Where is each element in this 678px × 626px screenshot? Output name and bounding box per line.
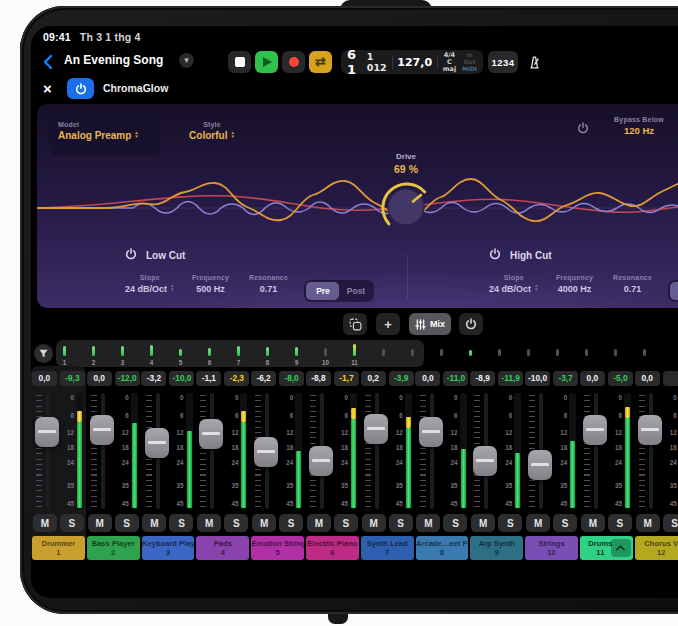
track-name-tab[interactable]: Pads4 — [196, 536, 249, 560]
mute-button[interactable]: M — [197, 514, 221, 532]
stop-button[interactable] — [228, 51, 251, 73]
solo-button[interactable]: S — [389, 514, 413, 532]
plugin-power-button[interactable] — [67, 78, 94, 99]
solo-button[interactable]: S — [443, 514, 467, 532]
peak-db-value[interactable]: -5,0 — [608, 371, 633, 386]
lcd-display[interactable]: 6 1 1 012 127,0 4/4C maj In Out MIDI — [341, 50, 483, 74]
peak-db-value[interactable] — [663, 371, 678, 386]
mute-button[interactable]: M — [581, 514, 605, 532]
track-name-tab[interactable]: Arcade…eet Pad8 — [416, 536, 469, 560]
mute-button[interactable]: M — [307, 514, 331, 532]
solo-button[interactable]: S — [169, 514, 193, 532]
peak-db-value[interactable]: -12,0 — [115, 371, 140, 386]
track-name-tab[interactable]: Strings10 — [525, 536, 578, 560]
mute-button[interactable]: M — [88, 514, 112, 532]
high-cut-resonance[interactable]: Resonance 0.71 — [610, 274, 654, 294]
style-selector[interactable]: Style Colorful▲▼ — [167, 116, 257, 141]
fader-db-value[interactable]: -6,2 — [251, 371, 276, 386]
song-menu-chevron-icon[interactable]: ▾ — [179, 53, 194, 68]
solo-button[interactable]: S — [553, 514, 577, 532]
fader-handle[interactable] — [35, 417, 59, 447]
copy-settings-button[interactable] — [343, 313, 367, 335]
record-button[interactable] — [282, 51, 305, 73]
track-name-tab[interactable]: Drums11 — [580, 536, 633, 560]
cycle-button[interactable]: ⇄ — [309, 51, 332, 73]
track-name-tab[interactable]: Emotion Strings5 — [251, 536, 304, 560]
fader-handle[interactable] — [638, 415, 662, 445]
mixer-power-button[interactable] — [459, 313, 483, 335]
fader-handle[interactable] — [473, 446, 497, 476]
peak-db-value[interactable]: -11,0 — [443, 371, 468, 386]
high-cut-slope[interactable]: Slope 24 dB/Oct▲▼ — [489, 274, 538, 294]
mute-button[interactable]: M — [142, 514, 166, 532]
fader-handle[interactable] — [254, 437, 278, 467]
fader-handle[interactable] — [364, 414, 388, 444]
mute-button[interactable]: M — [362, 514, 386, 532]
solo-button[interactable]: S — [334, 514, 358, 532]
peak-db-value[interactable]: -8,0 — [279, 371, 304, 386]
fader-db-value[interactable]: -3,2 — [141, 371, 166, 386]
model-selector[interactable]: Model Analog Preamp▲▼ — [49, 116, 161, 156]
fader-handle[interactable] — [309, 446, 333, 476]
peak-db-value[interactable]: -3,7 — [553, 371, 578, 386]
song-title[interactable]: An Evening Song — [64, 53, 163, 67]
low-cut-power-icon[interactable] — [125, 248, 137, 262]
peak-db-value[interactable]: -10,0 — [169, 371, 194, 386]
peak-db-value[interactable]: -1,7 — [334, 371, 359, 386]
track-name-tab[interactable]: Chorus V12 — [635, 536, 678, 560]
post-button[interactable]: Post — [339, 282, 372, 300]
fader-db-value[interactable]: -8,8 — [306, 371, 331, 386]
fader-db-value[interactable]: 0,0 — [87, 371, 112, 386]
mute-button[interactable]: M — [33, 514, 57, 532]
mute-button[interactable]: M — [252, 514, 276, 532]
mute-button[interactable]: M — [636, 514, 660, 532]
solo-button[interactable]: S — [498, 514, 522, 532]
add-track-button[interactable]: + — [376, 313, 400, 335]
high-cut-frequency[interactable]: Frequency 4000 Hz — [552, 274, 596, 294]
solo-button[interactable]: S — [115, 514, 139, 532]
peak-db-value[interactable]: -9,3 — [60, 371, 85, 386]
fader-db-value[interactable]: -8,9 — [470, 371, 495, 386]
low-cut-frequency[interactable]: Frequency 500 Hz — [188, 274, 232, 294]
bypass-power-icon[interactable] — [577, 120, 589, 138]
back-chevron-icon[interactable] — [39, 52, 59, 72]
mute-button[interactable]: M — [526, 514, 550, 532]
fader-handle[interactable] — [199, 419, 223, 449]
play-button[interactable] — [255, 51, 278, 73]
pre-button[interactable]: Pre — [306, 282, 339, 300]
fader-handle[interactable] — [583, 415, 607, 445]
fader-db-value[interactable]: 0,0 — [32, 371, 57, 386]
pre-button[interactable]: Pre — [670, 282, 678, 300]
fader-db-value[interactable]: 0,0 — [415, 371, 440, 386]
fader-handle[interactable] — [90, 415, 114, 445]
channel-overview-strip[interactable]: 1234567891011 — [31, 340, 678, 367]
drive-knob[interactable] — [377, 178, 435, 236]
track-name-tab[interactable]: Drummer1 — [32, 536, 85, 560]
low-cut-resonance[interactable]: Resonance 0.71 — [246, 274, 290, 294]
fader-handle[interactable] — [528, 450, 552, 480]
track-name-tab[interactable]: Synth Lead7 — [361, 536, 414, 560]
fader-db-value[interactable]: 0,0 — [580, 371, 605, 386]
mute-button[interactable]: M — [471, 514, 495, 532]
collapse-chevron-icon[interactable] — [611, 539, 631, 557]
track-name-tab[interactable]: Arp Synth9 — [470, 536, 523, 560]
fader-handle[interactable] — [145, 428, 169, 458]
metronome-button[interactable] — [522, 51, 546, 73]
solo-button[interactable]: S — [224, 514, 248, 532]
solo-button[interactable]: S — [60, 514, 84, 532]
bypass-below-control[interactable]: Bypass Below 120 Hz — [599, 116, 678, 136]
fader-db-value[interactable]: 0,0 — [635, 371, 660, 386]
low-cut-slope[interactable]: Slope 24 dB/Oct▲▼ — [125, 274, 174, 294]
filter-button[interactable] — [34, 344, 53, 363]
mix-view-button[interactable]: Mix — [409, 313, 451, 335]
track-name-tab[interactable]: Bass Player2 — [87, 536, 140, 560]
fader-db-value[interactable]: -1,1 — [196, 371, 221, 386]
solo-button[interactable]: S — [663, 514, 678, 532]
mute-button[interactable]: M — [416, 514, 440, 532]
count-in-button[interactable]: 1234 — [488, 51, 518, 73]
peak-db-value[interactable]: -11,9 — [498, 371, 523, 386]
track-name-tab[interactable]: Keyboard Player3 — [142, 536, 195, 560]
peak-db-value[interactable]: -2,3 — [224, 371, 249, 386]
fader-db-value[interactable]: -10,0 — [525, 371, 550, 386]
track-name-tab[interactable]: Electric Piano6 — [306, 536, 359, 560]
